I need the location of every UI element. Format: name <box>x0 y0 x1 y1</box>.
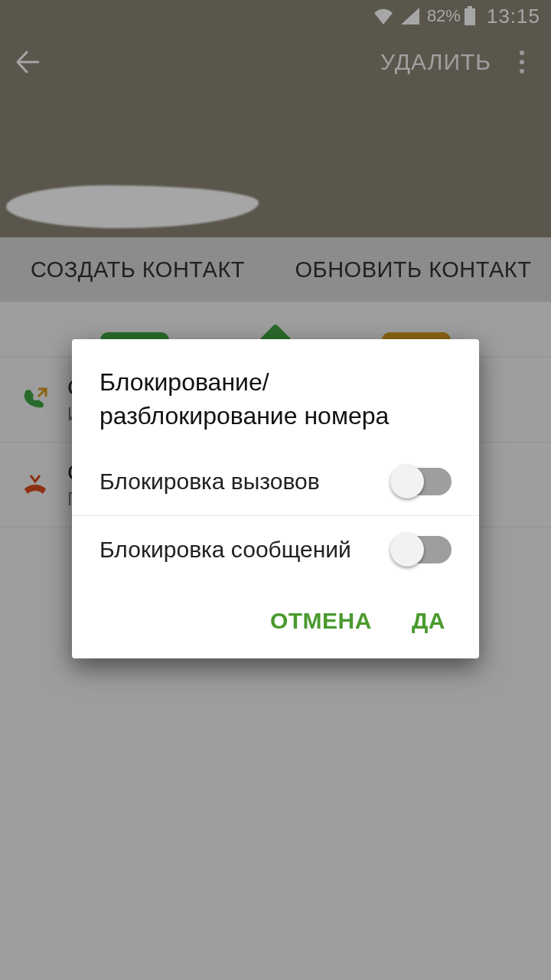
option-block-calls[interactable]: Блокировка вызовов <box>72 448 479 515</box>
option-block-messages[interactable]: Блокировка сообщений <box>72 516 479 583</box>
block-calls-toggle[interactable] <box>392 468 452 495</box>
cancel-button[interactable]: ОТМЕНА <box>266 602 377 640</box>
ok-button[interactable]: ДА <box>407 602 450 640</box>
block-messages-toggle[interactable] <box>392 536 452 564</box>
option-block-messages-label: Блокировка сообщений <box>99 537 351 563</box>
dialog-title: Блокирование/разблокирование номера <box>72 365 479 448</box>
block-number-dialog: Блокирование/разблокирование номера Блок… <box>72 339 479 658</box>
toggle-knob <box>390 465 424 498</box>
dialog-actions: ОТМЕНА ДА <box>72 583 479 648</box>
toggle-knob <box>390 533 424 567</box>
option-block-calls-label: Блокировка вызовов <box>99 469 320 495</box>
